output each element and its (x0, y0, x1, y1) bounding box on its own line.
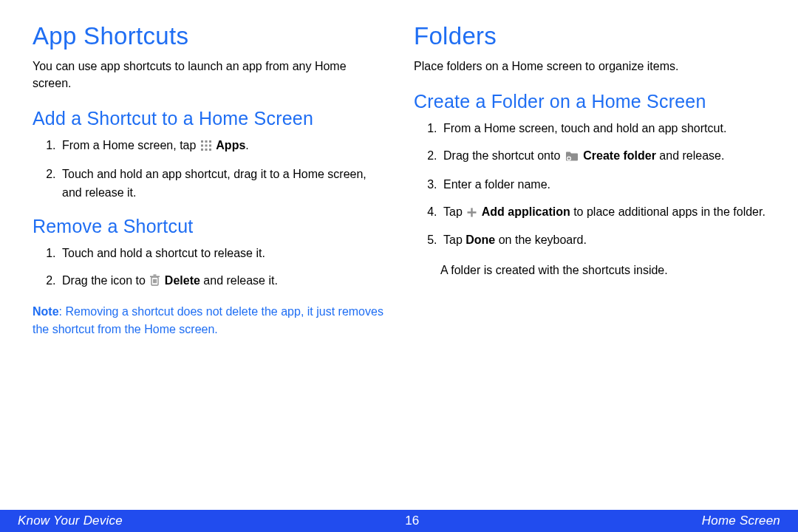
svg-rect-2 (209, 140, 211, 143)
create-folder-step-3: Enter a folder name. (440, 176, 765, 194)
add-shortcut-steps: From a Home screen, tap Apps. Touch and … (33, 137, 384, 202)
svg-rect-3 (201, 145, 203, 147)
app-shortcuts-lead: You can use app shortcuts to launch an a… (33, 58, 384, 92)
right-column: Folders Place folders on a Home screen t… (414, 22, 765, 338)
apps-grid-icon (201, 138, 211, 157)
remove-shortcut-steps: Touch and hold a shortcut to release it.… (33, 245, 384, 292)
footer-left: Know Your Device (18, 514, 123, 528)
footer-right: Home Screen (702, 514, 780, 528)
remove-shortcut-step-1: Touch and hold a shortcut to release it. (59, 245, 384, 263)
plus-icon (467, 205, 477, 223)
create-folder-step-2: Drag the shortcut onto Create folder and… (440, 147, 765, 167)
page-footer: Know Your Device 16 Home Screen (0, 510, 798, 532)
create-folder-steps: From a Home screen, touch and hold an ap… (414, 120, 765, 250)
svg-rect-6 (201, 149, 203, 151)
create-folder-icon (565, 149, 579, 167)
svg-rect-7 (205, 149, 207, 151)
add-shortcut-step-2: Touch and hold an app shortcut, drag it … (59, 166, 384, 202)
heading-remove-shortcut: Remove a Shortcut (33, 216, 384, 237)
heading-app-shortcuts: App Shortcuts (33, 22, 384, 50)
svg-rect-1 (205, 140, 207, 143)
svg-rect-5 (209, 145, 211, 147)
create-folder-step-4: Tap Add application to place additional … (440, 203, 765, 223)
heading-folders: Folders (414, 22, 765, 50)
left-column: App Shortcuts You can use app shortcuts … (33, 22, 384, 338)
heading-add-shortcut: Add a Shortcut to a Home Screen (33, 108, 384, 129)
create-folder-step-5: Tap Done on the keyboard. (440, 231, 765, 250)
folders-lead: Place folders on a Home screen to organi… (414, 58, 765, 75)
svg-rect-8 (209, 149, 211, 151)
svg-rect-0 (201, 140, 203, 143)
add-shortcut-step-1: From a Home screen, tap Apps. (59, 137, 384, 157)
remove-shortcut-step-2: Drag the icon to Delete and release it. (59, 272, 384, 292)
create-folder-step-1: From a Home screen, touch and hold an ap… (440, 120, 765, 138)
svg-rect-4 (205, 145, 207, 147)
heading-create-folder: Create a Folder on a Home Screen (414, 91, 765, 112)
footer-page-number: 16 (405, 514, 419, 528)
create-folder-closing: A folder is created with the shortcuts i… (414, 262, 765, 280)
remove-shortcut-note: Note: Removing a shortcut does not delet… (33, 303, 384, 338)
trash-icon (150, 273, 160, 292)
